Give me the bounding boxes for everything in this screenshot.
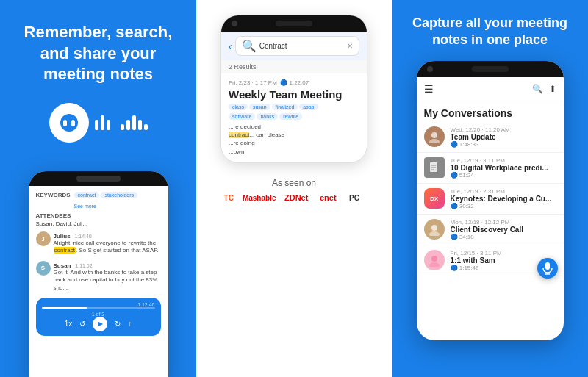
phone-notch — [29, 171, 168, 186]
meeting-card: Fri, 2/23 · 1:17 PM 🔵 1:22:07 Weekly Tea… — [221, 73, 367, 162]
notch-camera — [232, 21, 237, 26]
chat-time-susan: 1:11:52 — [75, 263, 92, 268]
share-icon[interactable]: ⬆ — [549, 84, 556, 94]
keyword-chips-2: software banks rewrite — [229, 113, 359, 120]
svg-point-15 — [429, 262, 440, 267]
app-header: ☰ 🔍 ⬆ — [417, 77, 564, 101]
otter-logo — [49, 103, 148, 143]
pcmag-logo: PC — [349, 193, 364, 204]
chat-body-susan: Got it. And with the banks to take a ste… — [54, 269, 161, 292]
results-count: 2 Results — [221, 60, 367, 73]
svg-point-12 — [431, 225, 437, 231]
forward-button[interactable]: ↻ — [115, 320, 121, 328]
chip-asap: asap — [299, 104, 318, 110]
conv-name-3: Keynotes: Developing a Cu... — [451, 195, 556, 203]
conv-duration-2: 🔵 51:24 — [451, 172, 556, 179]
svg-text:ZDNet: ZDNet — [284, 193, 309, 202]
chip-banks: banks — [257, 113, 278, 120]
phone-mid-header: ‹ 🔍 Contract ✕ — [221, 32, 367, 60]
rewind-button[interactable]: ↺ — [79, 320, 85, 328]
chat-name-julius: Julius — [54, 233, 71, 240]
phone-left-mockup: KEYWORDS contract stakeholders See more … — [29, 171, 168, 377]
conv-name-1: Team Update — [451, 133, 556, 141]
media-logos: TC Mashable ZDNet cnet PC — [224, 193, 365, 204]
conversation-item[interactable]: Wed, 12/20 · 11:20 AM Team Update 🔵 1:48… — [417, 122, 564, 153]
play-button[interactable]: ▶ — [93, 317, 107, 331]
search-bar[interactable]: 🔍 Contract ✕ — [235, 36, 359, 56]
camera — [427, 66, 433, 72]
conversation-item[interactable]: Fri, 12/15 · 3:11 PM 1:1 with Sam 🔵 1:15… — [417, 245, 564, 276]
see-more-link[interactable]: See more — [74, 204, 96, 209]
keyword-chips: class susan finalized asap — [229, 104, 359, 110]
keyword-chip: contract — [74, 192, 100, 198]
transcript-snippet: ...re decided contract... can please ...… — [229, 123, 359, 156]
panel-mid: ‹ 🔍 Contract ✕ 2 Results Fri, 2/23 · 1:1… — [196, 0, 392, 377]
svg-point-0 — [60, 114, 78, 132]
clear-search-button[interactable]: ✕ — [347, 42, 353, 50]
chip-finalized: finalized — [272, 104, 298, 110]
svg-point-13 — [429, 231, 440, 236]
attendees-label: ATTENDEES — [36, 212, 161, 219]
search-icon[interactable]: 🔍 — [532, 84, 543, 94]
attendees-value: Susan, David, Juli... — [36, 220, 161, 227]
conv-avatar-3: DX — [424, 188, 445, 209]
svg-rect-2 — [71, 120, 75, 126]
conv-info-4: Mon, 12/18 · 12:12 PM Client Discovery C… — [451, 219, 556, 240]
right-tagline: Capture all your meeting notes in one pl… — [404, 15, 576, 49]
chat-body-julius: Alright, nice call everyone to rewrite t… — [54, 240, 161, 255]
conv-date-2: Tue, 12/19 · 3:11 PM — [451, 157, 556, 164]
player-pagination: 1 of 2 — [42, 312, 155, 317]
keywords-label: KEYWORDS — [36, 192, 71, 198]
header-action-icons: 🔍 ⬆ — [532, 84, 556, 94]
as-seen-label: As seen on — [224, 178, 365, 188]
panel-right: Capture all your meeting notes in one pl… — [392, 0, 588, 377]
player-elapsed: 1:12:46 — [42, 302, 155, 307]
chip-rewrite: rewrite — [279, 113, 302, 120]
player-fill — [42, 307, 87, 309]
conv-info-2: Tue, 12/19 · 3:11 PM 10 Digital Workplac… — [451, 157, 556, 179]
conv-name-2: 10 Digital Workplace predi... — [451, 164, 556, 172]
phone-right-notch — [417, 61, 564, 77]
conversation-item[interactable]: Mon, 12/18 · 12:12 PM Client Discovery C… — [417, 215, 564, 245]
chip-software: software — [229, 113, 255, 120]
share-button[interactable]: ↑ — [128, 320, 132, 328]
notch-bar — [276, 21, 312, 26]
meeting-title: Weekly Team Meeting — [229, 88, 359, 101]
conversation-item[interactable]: DX Tue, 12/19 · 2:31 PM Keynotes: Develo… — [417, 184, 564, 215]
audio-player: 1:12:46 1 of 2 1x ↺ ▶ ↻ ↑ — [36, 298, 161, 336]
speed-button[interactable]: 1x — [65, 320, 73, 328]
play-icon: ▶ — [98, 320, 103, 327]
conv-avatar-4 — [424, 219, 445, 240]
left-tagline: Remember, search, and share your meeting… — [15, 22, 182, 85]
svg-rect-1 — [63, 120, 67, 126]
conversation-item[interactable]: Tue, 12/19 · 3:11 PM 10 Digital Workplac… — [417, 153, 564, 184]
chip-susan: susan — [249, 104, 270, 110]
logo-circle — [49, 103, 89, 143]
conv-duration-3: 🔵 30:32 — [451, 203, 556, 209]
search-query-text: Contract — [259, 42, 287, 50]
svg-point-6 — [431, 132, 437, 138]
chat-bubble-susan: S Susan 1:11:52 Got it. And with the ban… — [36, 261, 161, 292]
svg-rect-16 — [545, 262, 550, 270]
chip-class: class — [229, 104, 248, 110]
mashable-logo: Mashable — [243, 194, 276, 202]
as-seen-on-section: As seen on TC Mashable ZDNet cnet PC — [224, 178, 365, 204]
conv-info-1: Wed, 12/20 · 11:20 AM Team Update 🔵 1:48… — [451, 126, 556, 148]
conv-info-3: Tue, 12/19 · 2:31 PM Keynotes: Developin… — [451, 188, 556, 209]
hamburger-icon[interactable]: ☰ — [424, 83, 434, 95]
svg-point-14 — [431, 256, 437, 262]
conv-date-3: Tue, 12/19 · 2:31 PM — [451, 188, 556, 195]
conv-date-5: Fri, 12/15 · 3:11 PM — [451, 250, 556, 256]
back-button[interactable]: ‹ — [229, 40, 232, 52]
conv-name-4: Client Discovery Call — [451, 226, 556, 234]
conv-avatar-5 — [424, 250, 445, 270]
record-button[interactable] — [537, 258, 558, 279]
my-conversations-title: My Conversations — [417, 101, 564, 122]
phone-mid-notch — [221, 15, 367, 32]
phone-mid-mockup: ‹ 🔍 Contract ✕ 2 Results Fri, 2/23 · 1:1… — [220, 15, 368, 163]
avatar-julius: J — [36, 231, 51, 246]
cnet-logo: cnet — [320, 193, 340, 204]
player-progress-bar[interactable] — [42, 307, 155, 309]
player-controls: 1x ↺ ▶ ↻ ↑ — [42, 317, 155, 331]
chat-name-susan: Susan — [54, 262, 71, 269]
